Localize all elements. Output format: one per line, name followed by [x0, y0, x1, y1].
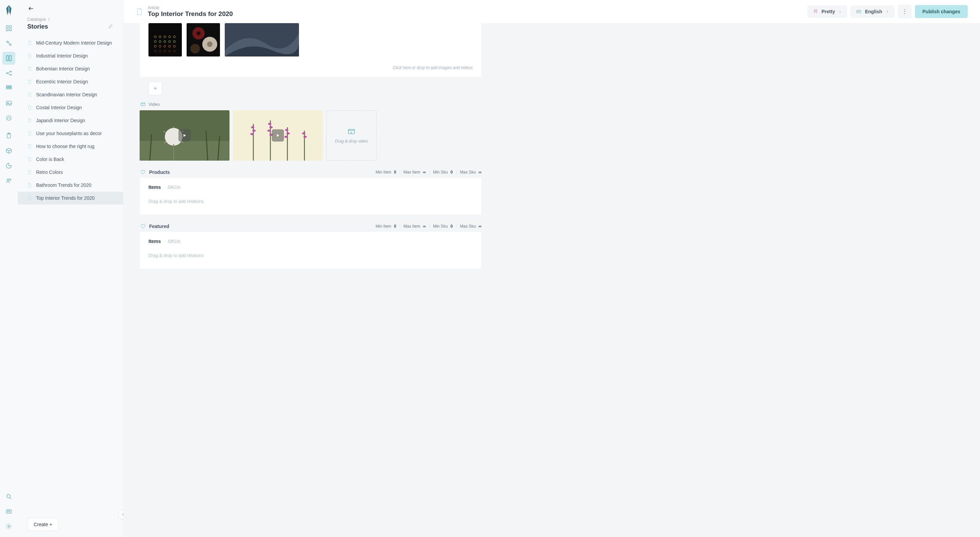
image-thumb[interactable] — [225, 23, 299, 57]
stat-label: Max Item — [404, 224, 420, 229]
nav-users-icon[interactable] — [2, 174, 15, 187]
nav-catalogue-icon[interactable] — [2, 52, 15, 65]
story-item-label: Top Interior Trends for 2020 — [36, 195, 95, 201]
story-item[interactable]: Bathroom Trends for 2020 — [18, 179, 123, 192]
document-icon — [27, 144, 32, 149]
stat-label: Max Sku — [460, 170, 476, 175]
chevron-down-icon — [838, 10, 842, 13]
svg-rect-0 — [6, 26, 8, 28]
stat-separator — [430, 170, 430, 175]
nav-settings-icon[interactable] — [2, 520, 15, 533]
tab-skus[interactable]: SKUs — [168, 238, 180, 244]
relation-drop-hint[interactable]: Drag & drop to add relations — [148, 253, 473, 258]
svg-point-29 — [904, 11, 905, 12]
sidebar-title: Stories — [27, 23, 48, 30]
publish-button[interactable]: Publish changes — [915, 5, 968, 18]
page-title: Top Interior Trends for 2020 — [148, 10, 233, 18]
svg-rect-26 — [816, 10, 817, 12]
svg-rect-13 — [8, 87, 10, 89]
story-item[interactable]: Industrial Interior Design — [18, 49, 123, 62]
story-item-label: Bathroom Trends for 2020 — [36, 183, 92, 188]
tab-skus[interactable]: SKUs — [168, 184, 180, 190]
document-icon — [27, 195, 32, 201]
image-drop-hint[interactable]: Click here or drop to add images and vid… — [140, 57, 482, 73]
relation-drop-hint[interactable]: Drag & drop to add relations — [148, 199, 473, 204]
story-item[interactable]: Costal Interior Design — [18, 101, 123, 114]
heart-icon — [140, 224, 146, 229]
story-item-label: Industrial Interior Design — [36, 53, 88, 59]
document-icon — [27, 92, 32, 97]
story-item[interactable]: Scandinavian Interior Design — [18, 88, 123, 101]
nav-graph-icon[interactable] — [2, 67, 15, 79]
story-item[interactable]: Color is Back — [18, 153, 123, 166]
story-item[interactable]: Bohemian Interior Design — [18, 62, 123, 75]
logo-icon[interactable] — [3, 4, 15, 16]
nav-promo-icon[interactable] — [2, 111, 15, 124]
nav-clipboard-icon[interactable] — [2, 129, 15, 142]
story-item-label: Scandinavian Interior Design — [36, 92, 97, 97]
breadcrumb-parent[interactable]: Catalogue — [27, 17, 46, 22]
video-drop-hint: Drag & drop video — [335, 139, 368, 144]
edit-title-button[interactable] — [108, 24, 113, 30]
nav-translate-icon[interactable] — [2, 505, 15, 518]
svg-point-7 — [10, 71, 11, 72]
stat-value: ∞ — [423, 224, 426, 229]
nav-media-icon[interactable] — [2, 97, 15, 110]
tab-items[interactable]: Items — [148, 184, 161, 190]
view-mode-dropdown[interactable]: Pretty — [807, 5, 848, 18]
image-thumb[interactable] — [148, 23, 182, 57]
document-icon — [27, 157, 32, 162]
svg-point-6 — [6, 73, 8, 73]
svg-point-22 — [7, 494, 10, 498]
nav-grid-icon[interactable] — [2, 82, 15, 95]
add-block-button[interactable]: + — [148, 82, 162, 95]
svg-point-24 — [8, 526, 10, 527]
svg-rect-14 — [10, 87, 11, 89]
back-button[interactable] — [27, 5, 35, 14]
story-item[interactable]: Top Interior Trends for 2020 — [18, 192, 123, 205]
video-drop-zone[interactable]: Drag & drop video — [326, 110, 377, 160]
story-item-label: Retro Colors — [36, 170, 63, 175]
story-item[interactable]: Mid-Century Modern Interior Design — [18, 37, 123, 49]
story-item[interactable]: How to choose the right rug — [18, 140, 123, 153]
svg-point-54 — [196, 31, 200, 35]
stat-value: 0 — [394, 224, 396, 229]
svg-point-77 — [251, 126, 255, 128]
story-item[interactable]: Japandi Interior Design — [18, 114, 123, 127]
video-thumb[interactable] — [140, 110, 229, 160]
nav-dashboard-icon[interactable] — [2, 22, 15, 35]
video-icon — [347, 127, 356, 135]
svg-point-28 — [904, 9, 905, 10]
tab-items[interactable]: Items — [148, 238, 161, 244]
document-icon — [27, 131, 32, 136]
stat-separator — [456, 170, 457, 175]
more-options-button[interactable] — [898, 5, 912, 18]
create-button[interactable]: Create + — [27, 518, 59, 531]
story-item[interactable]: Use your houseplants as decor — [18, 127, 123, 140]
story-item[interactable]: Retro Colors — [18, 166, 123, 179]
video-thumb[interactable] — [233, 110, 323, 160]
svg-point-17 — [6, 116, 11, 120]
stat-label: Min Sku — [433, 224, 448, 229]
image-thumb[interactable] — [186, 23, 220, 57]
heart-icon — [140, 170, 146, 175]
svg-point-8 — [10, 74, 11, 75]
story-item[interactable]: Eccentric Interior Design — [18, 75, 123, 88]
breadcrumb[interactable]: Catalogue / — [27, 17, 113, 22]
relation-products-header: Products Min Item0 Max Item∞ Min Sku0 Ma… — [140, 170, 482, 175]
view-mode-label: Pretty — [822, 9, 835, 14]
play-icon — [272, 129, 284, 141]
nav-search-icon[interactable] — [2, 490, 15, 503]
relation-products-title: Products — [149, 170, 170, 175]
nav-pie-icon[interactable] — [2, 159, 15, 172]
document-icon — [27, 105, 32, 110]
stat-value: ∞ — [479, 224, 482, 229]
stat-value: ∞ — [479, 170, 482, 175]
nav-connect-icon[interactable] — [2, 37, 15, 50]
nav-box-icon[interactable] — [2, 144, 15, 157]
language-dropdown[interactable]: English — [851, 5, 894, 18]
relation-products-card: Items SKUs Drag & drop to add relations — [140, 178, 482, 215]
icon-rail — [0, 0, 18, 537]
svg-point-79 — [250, 133, 254, 135]
relation-featured-title: Featured — [149, 224, 169, 229]
